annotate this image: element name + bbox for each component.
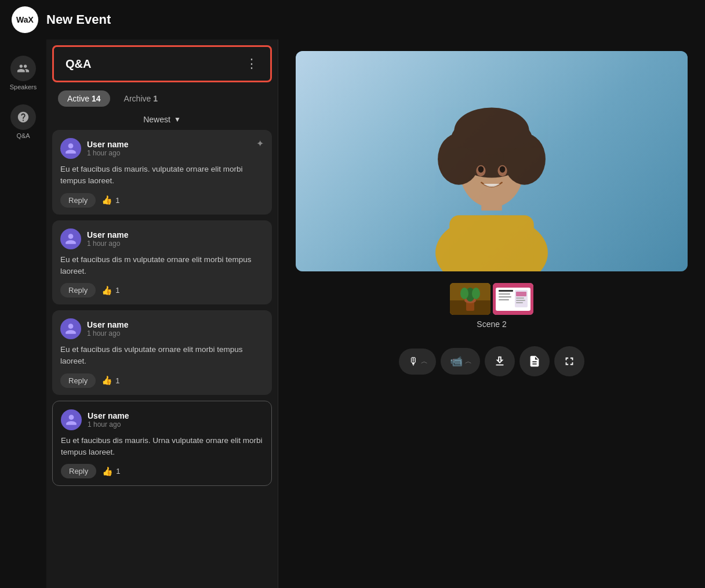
like-count-2: 1 xyxy=(115,286,119,295)
svg-point-7 xyxy=(454,107,529,154)
question-card-3: User name 1 hour ago Eu et faucibus dis … xyxy=(52,310,272,395)
mic-chevron-icon: ︿ xyxy=(421,357,428,366)
like-button-3[interactable]: 👍 1 xyxy=(101,375,119,386)
like-button-1[interactable]: 👍 1 xyxy=(101,195,119,205)
reply-button-3[interactable]: Reply xyxy=(60,373,96,388)
camera-icon: 📹 xyxy=(450,355,463,368)
scene-thumb-2[interactable] xyxy=(493,283,533,315)
question-card-1: User name 1 hour ago ✦ Eu et faucibus di… xyxy=(52,130,272,215)
tab-archive[interactable]: Archive 1 xyxy=(115,90,167,107)
video-placeholder xyxy=(296,51,688,271)
video-container xyxy=(296,51,688,271)
avatar-2 xyxy=(60,228,81,249)
thumbs-up-icon-3: 👍 xyxy=(101,375,112,386)
share-button[interactable] xyxy=(485,346,515,376)
main-layout: Speakers Q&A Q&A ⋮ Active 14 Archive 1 xyxy=(0,39,705,588)
svg-rect-27 xyxy=(516,297,524,299)
scene-thumb-1[interactable]: Up next xyxy=(450,283,490,315)
fullscreen-icon xyxy=(563,355,576,368)
svg-rect-28 xyxy=(516,300,525,301)
scene-name: Scene 2 xyxy=(477,320,506,329)
svg-rect-1 xyxy=(449,215,533,271)
card-header-2: User name 1 hour ago xyxy=(60,228,264,249)
content-area: Up next xyxy=(278,39,705,588)
speakers-label: Speakers xyxy=(10,84,37,90)
card-username-4: User name xyxy=(88,411,129,420)
thumbs-up-icon-4: 👍 xyxy=(102,466,113,477)
qna-header: Q&A ⋮ xyxy=(52,45,272,82)
qna-label: Q&A xyxy=(16,132,30,139)
card-time-3: 1 hour ago xyxy=(87,329,129,337)
svg-rect-26 xyxy=(516,292,526,296)
reply-button-1[interactable]: Reply xyxy=(60,193,96,208)
svg-rect-21 xyxy=(499,290,513,292)
like-button-2[interactable]: 👍 1 xyxy=(101,285,119,296)
question-card-2: User name 1 hour ago Eu et faucibus dis … xyxy=(52,220,272,305)
card-actions-4: Reply 👍 1 xyxy=(61,464,263,478)
thumbs-up-icon-1: 👍 xyxy=(101,195,112,205)
card-actions-2: Reply 👍 1 xyxy=(60,283,264,297)
avatar-4 xyxy=(61,409,82,430)
wax-logo: WaX xyxy=(12,6,38,33)
tab-active[interactable]: Active 14 xyxy=(58,90,110,107)
qna-panel: Q&A ⋮ Active 14 Archive 1 Newest ▼ xyxy=(46,39,278,588)
svg-rect-29 xyxy=(516,302,523,303)
app-title: New Event xyxy=(46,12,111,27)
scene-thumbnails: Up next xyxy=(450,283,533,315)
like-button-4[interactable]: 👍 1 xyxy=(102,466,120,477)
reply-button-4[interactable]: Reply xyxy=(61,464,96,478)
svg-point-17 xyxy=(460,288,468,299)
card-actions-1: Reply 👍 1 xyxy=(60,193,264,208)
svg-point-11 xyxy=(500,166,506,172)
left-nav: Speakers Q&A xyxy=(0,39,46,588)
sort-label: Newest xyxy=(143,115,170,124)
card-text-3: Eu et faucibus dis vulputate ornare elit… xyxy=(60,344,264,368)
card-text-1: Eu et faucibus dis mauris. vulputate orn… xyxy=(60,164,264,187)
card-username-3: User name xyxy=(87,320,129,329)
thumbs-up-icon-2: 👍 xyxy=(101,285,112,296)
card-text-4: Eu et faucibus dis mauris. Urna vulputat… xyxy=(61,435,263,459)
card-meta-1: User name 1 hour ago xyxy=(87,140,129,157)
sort-arrow-icon: ▼ xyxy=(174,115,181,124)
tabs-row: Active 14 Archive 1 xyxy=(46,82,278,111)
camera-button[interactable]: 📹 ︿ xyxy=(441,348,480,375)
card-header-3: User name 1 hour ago xyxy=(60,318,264,339)
video-person xyxy=(374,84,609,271)
card-header-1: User name 1 hour ago xyxy=(60,138,264,159)
document-button[interactable] xyxy=(519,346,550,376)
sidebar-item-speakers[interactable]: Speakers xyxy=(3,51,43,95)
scene-area: Up next xyxy=(450,283,533,329)
svg-rect-23 xyxy=(499,296,511,297)
more-options-icon[interactable]: ⋮ xyxy=(245,56,259,71)
svg-point-18 xyxy=(472,288,480,299)
qna-title: Q&A xyxy=(66,57,91,71)
fullscreen-button[interactable] xyxy=(554,346,584,376)
mic-icon: 🎙 xyxy=(408,355,419,368)
share-upload-icon xyxy=(493,355,506,368)
card-username-1: User name xyxy=(87,140,129,149)
speakers-icon xyxy=(10,56,36,81)
avatar-3 xyxy=(60,318,81,339)
reply-button-2[interactable]: Reply xyxy=(60,283,96,297)
card-meta-2: User name 1 hour ago xyxy=(87,230,129,248)
card-meta-4: User name 1 hour ago xyxy=(88,411,129,429)
pin-icon-1: ✦ xyxy=(256,138,264,149)
card-time-1: 1 hour ago xyxy=(87,149,129,157)
sort-row[interactable]: Newest ▼ xyxy=(46,111,278,130)
card-username-2: User name xyxy=(87,230,129,239)
questions-list: User name 1 hour ago ✦ Eu et faucibus di… xyxy=(46,130,278,588)
sidebar-item-qna[interactable]: Q&A xyxy=(3,100,43,144)
document-icon xyxy=(528,355,541,368)
card-text-2: Eu et faucibus dis m vulputate ornare el… xyxy=(60,254,264,278)
card-actions-3: Reply 👍 1 xyxy=(60,373,264,388)
svg-rect-22 xyxy=(499,293,510,295)
topbar: WaX New Event xyxy=(0,0,705,39)
card-time-2: 1 hour ago xyxy=(87,239,129,248)
qna-icon xyxy=(10,104,36,130)
like-count-3: 1 xyxy=(115,376,119,385)
card-time-4: 1 hour ago xyxy=(88,420,129,429)
question-card-4: User name 1 hour ago Eu et faucibus dis … xyxy=(52,401,272,487)
mic-button[interactable]: 🎙 ︿ xyxy=(399,349,436,375)
cam-chevron-icon: ︿ xyxy=(465,357,472,366)
svg-rect-24 xyxy=(499,299,509,300)
